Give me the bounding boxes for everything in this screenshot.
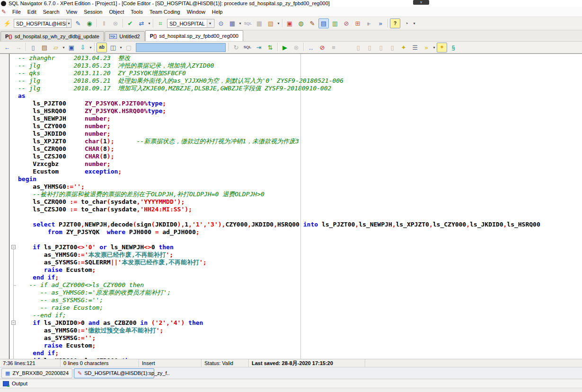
code-line[interactable]: Ecustom exception;: [18, 168, 582, 175]
navigate-back-icon[interactable]: ←: [2, 43, 12, 52]
code-editor[interactable]: −− -- zhanghr 2013.04.23 整改-- jlg 2013.0…: [0, 53, 582, 359]
code-road-map-icon[interactable]: ⫦: [364, 18, 374, 28]
schema-select-dropdown[interactable]: ▼: [207, 19, 213, 27]
code-line[interactable]: end if;: [18, 349, 582, 357]
doc-tab-sd-hospital-sp-wh-zy-dldbjj-update[interactable]: P()sd_hospital.sp_wh_zy_dldbjj_update: [0, 31, 104, 41]
stop-icon[interactable]: ⊗: [110, 18, 121, 28]
code-line[interactable]: -- raise Ecustom;: [18, 304, 582, 312]
code-line[interactable]: --end if;: [18, 312, 582, 319]
code-line[interactable]: ls_CZRQ00 CHAR(8);: [18, 145, 582, 153]
code-line[interactable]: from ZY_PJSYQK where PJH000 = ad_PJH000;: [18, 228, 582, 236]
menu-item-window[interactable]: Window: [184, 8, 209, 16]
rename-object-icon[interactable]: ▯: [387, 43, 397, 52]
db-navigator-tree-icon[interactable]: ⌗: [155, 18, 166, 28]
menu-item-help[interactable]: Help: [209, 8, 226, 16]
project-manager-icon[interactable]: ⊞: [353, 18, 363, 28]
connection-select-dropdown[interactable]: ▼: [66, 19, 71, 27]
code-line[interactable]: -- jlg 2018.05.21 处理如果外面传入的as_YJJXH0为空，则…: [18, 77, 582, 85]
compile-icon[interactable]: ⇅: [265, 43, 275, 52]
code-line[interactable]: if ls_PJZT00<>'0' or ls_NEWPJH<>0 then: [18, 244, 582, 251]
menu-item-file[interactable]: File: [9, 8, 24, 16]
top100-rows-icon[interactable]: ▦: [227, 18, 238, 28]
code-line[interactable]: -- zhanghr 2013.04.23 整改: [18, 54, 582, 62]
code-line[interactable]: ls_CZSJ00 CHAR(8);: [18, 153, 582, 160]
code-line[interactable]: ls_CZY000 number;: [18, 122, 582, 130]
format-code-icon[interactable]: ☰: [410, 43, 420, 52]
code-line[interactable]: ls_PJZT00 ZY_PJSYQK.PJZT00%type;: [18, 100, 582, 107]
code-line[interactable]: raise Ecustom;: [18, 266, 582, 274]
code-line[interactable]: ls_JKDID0 number;: [18, 130, 582, 138]
web-support-icon[interactable]: ◉: [84, 18, 95, 28]
source-control-icon[interactable]: §: [448, 43, 459, 52]
toggle-breakpoint-icon[interactable]: ⊘: [317, 43, 327, 52]
create-ddl-icon[interactable]: ▯: [353, 43, 363, 52]
code-line[interactable]: -- jlg 2018.09.17 增加写入ZKJE00,MZBZJE,DLSB…: [18, 85, 582, 92]
doc-tab-sd-hospital-sp-zy-fpbd00-reg000[interactable]: P()sd_hospital.sp_zy_fpbd00_reg000: [145, 30, 243, 41]
menu-item-edit[interactable]: Edit: [24, 8, 40, 16]
help-icon[interactable]: ?: [390, 18, 400, 28]
step-over-icon[interactable]: ‥: [306, 43, 316, 52]
code-line[interactable]: -- as_YHMSG0:='原发票的收费员才能补打';: [18, 289, 582, 296]
code-line[interactable]: as: [18, 92, 582, 100]
code-line[interactable]: -- if ad_CZY000<>ls_CZY000 then: [18, 281, 582, 289]
code-line[interactable]: as_YHMSG0:='本发票已经作废,不再能补打';: [18, 251, 582, 259]
profiles-icon-dropdown[interactable]: ▾: [412, 18, 416, 28]
debug-info-icon[interactable]: ✦: [398, 43, 409, 52]
save-icon[interactable]: ▣: [66, 43, 77, 52]
screenshot-icon[interactable]: ▣: [284, 18, 295, 28]
more-actions-icon-dropdown[interactable]: ▾: [432, 43, 436, 52]
load-ddl-icon[interactable]: ▯: [376, 43, 386, 52]
code-line[interactable]: as_SYSMSG:='';: [18, 334, 582, 342]
extract-procedure-icon[interactable]: ▢: [123, 43, 134, 52]
export-image-icon-dropdown[interactable]: ▾: [276, 18, 281, 28]
sql-analyzer-icon[interactable]: SQL: [243, 18, 253, 28]
menu-item-search[interactable]: Search: [40, 8, 63, 16]
code-line[interactable]: [18, 213, 582, 221]
export-image-icon[interactable]: ▧: [265, 18, 276, 28]
code-line[interactable]: if ls_HSRQ00<>ls_CZRQ00 then: [18, 357, 582, 359]
code-line[interactable]: begin: [18, 175, 582, 183]
menu-item-team-coding[interactable]: Team Coding: [146, 8, 184, 16]
verify-syntax-icon[interactable]: ✔: [125, 18, 135, 28]
code-line[interactable]: ls_CZRQ00 := to_char(sysdate,'YYYYMMDD')…: [18, 198, 582, 206]
schema-select[interactable]: SD_HOSPITAL▼: [167, 19, 214, 28]
code-line[interactable]: ls_XPJZT0 char(1); --新票据状态，缴款过的补打视为冲销1，未…: [18, 138, 582, 145]
split-editor-icon-dropdown[interactable]: ▾: [119, 43, 123, 52]
split-editor-icon[interactable]: ◫: [108, 43, 118, 52]
object-details-icon[interactable]: ▥: [330, 18, 340, 28]
edit-object-icon[interactable]: ✎: [307, 18, 317, 28]
save-to-database-icon-dropdown[interactable]: ▾: [88, 43, 93, 52]
save-ddl-icon[interactable]: ▯: [364, 43, 375, 52]
editor-gutter[interactable]: [0, 54, 9, 359]
profiles-icon[interactable]: ◔: [401, 18, 412, 28]
pause-icon[interactable]: ‖: [99, 18, 109, 28]
save-to-database-icon[interactable]: ⇩: [78, 43, 88, 52]
window-button-zy-brxxb0-20200824[interactable]: ▦ZY_BRXXB0_20200824: [1, 368, 72, 378]
open-file-icon-dropdown[interactable]: ▾: [62, 43, 66, 52]
new-stored-object-icon[interactable]: ▤: [39, 43, 50, 52]
find-objects-icon[interactable]: ⊙: [216, 18, 226, 28]
code-line[interactable]: if ls_JKDID0>0 and as_CZBZ00 in ('2','4'…: [18, 319, 582, 327]
hint-lamp-icon[interactable]: ✦: [437, 43, 447, 52]
menu-item-view[interactable]: View: [63, 8, 81, 16]
menu-item-tools[interactable]: Tools: [127, 8, 146, 16]
web-publisher-icon[interactable]: ◍: [296, 18, 306, 28]
code-line[interactable]: ls_NEWPJH number;: [18, 115, 582, 122]
execute-icon[interactable]: ▶: [280, 43, 290, 52]
fast-open-icon[interactable]: »: [375, 18, 386, 28]
code-line[interactable]: select PJZT00,NEWPJH,decode(sign(JKDID0)…: [18, 221, 582, 228]
execute-to-grid-icon[interactable]: ⇥: [254, 43, 264, 52]
code-editor-icon[interactable]: ▤: [318, 18, 329, 28]
menu-item-session[interactable]: Session: [80, 8, 106, 16]
auto-replace-icon[interactable]: ab: [97, 43, 107, 52]
open-file-icon[interactable]: ▱: [51, 43, 61, 52]
code-line[interactable]: as_YHMSG0:='缴款过预交金单不能补打';: [18, 327, 582, 334]
code-line[interactable]: ls_CZSJ00 := to_char(sysdate,'HH24:MI:SS…: [18, 206, 582, 213]
output-panel-header[interactable]: Output: [0, 379, 582, 388]
fold-margin[interactable]: −−: [9, 54, 18, 359]
code-lines[interactable]: -- zhanghr 2013.04.23 整改-- jlg 2013.05.2…: [18, 54, 582, 359]
code-line[interactable]: as_YHMSG0:='';: [18, 183, 582, 191]
code-line[interactable]: --被补打的票据和被退费的票据的差别在于OLDPJH,补打OLDPJH=0 退费…: [18, 191, 582, 198]
session-properties-icon[interactable]: ✎: [73, 18, 83, 28]
code-line[interactable]: as_SYSMSG:=SQLERRM||'本发票已经作废,不再能补打';: [18, 259, 582, 266]
